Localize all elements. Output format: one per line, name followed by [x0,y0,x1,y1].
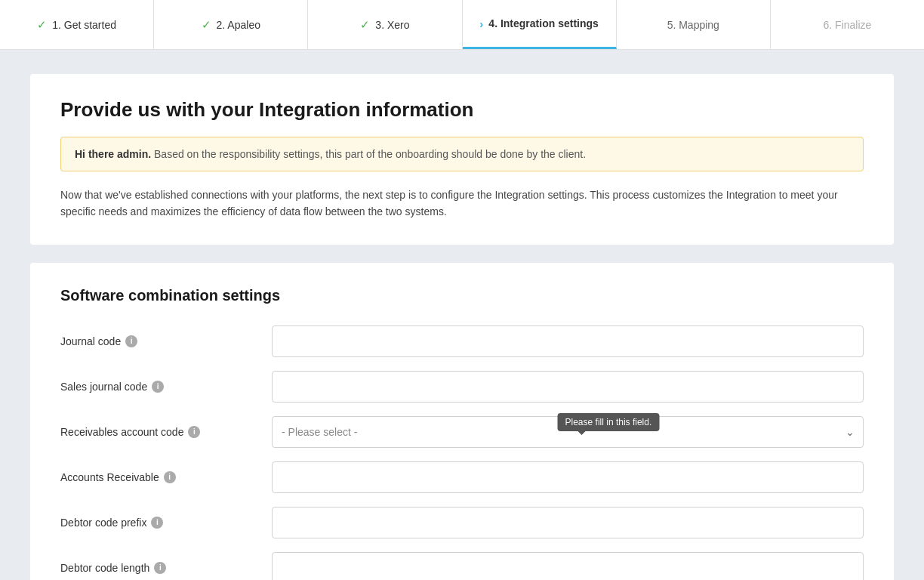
description-text: Now that we've established connections w… [60,187,864,221]
arrow-icon-4: › [479,17,483,30]
alert-bold: Hi there admin. [75,148,151,160]
select-wrapper-receivables: Please fill in this field. - Please sele… [272,416,864,448]
step-label-2: 2. Apaleo [217,19,260,31]
input-debtor-code-prefix[interactable] [272,507,864,538]
step-label-1: 1. Get started [52,19,116,31]
info-icon-accounts-receivable[interactable]: i [164,471,176,483]
step-label-5: 5. Mapping [667,19,719,31]
select-receivables-account-code[interactable]: - Please select - [272,416,864,448]
step-label-4: 4. Integration settings [488,17,598,29]
alert-text: Based on the responsibility settings, th… [154,148,586,160]
step-xero[interactable]: ✓ 3. Xero [308,0,462,49]
info-icon-receivables-account-code[interactable]: i [188,426,200,438]
field-row-accounts-receivable: Accounts Receivable i [60,461,864,493]
page-title: Provide us with your Integration informa… [60,98,864,122]
info-icon-sales-journal-code[interactable]: i [152,381,164,393]
alert-box: Hi there admin. Based on the responsibil… [60,137,864,171]
step-get-started[interactable]: ✓ 1. Get started [0,0,154,49]
label-sales-journal-code: Sales journal code i [60,381,272,393]
stepper: ✓ 1. Get started ✓ 2. Apaleo ✓ 3. Xero ›… [0,0,924,50]
label-receivables-account-code: Receivables account code i [60,426,272,438]
step-apaleo[interactable]: ✓ 2. Apaleo [154,0,308,49]
main-content: Provide us with your Integration informa… [0,50,924,580]
info-icon-journal-code[interactable]: i [125,335,137,347]
intro-card: Provide us with your Integration informa… [30,74,894,245]
input-accounts-receivable[interactable] [272,461,864,493]
check-icon-3: ✓ [360,18,370,32]
input-sales-journal-code[interactable] [272,371,864,403]
step-mapping[interactable]: 5. Mapping [617,0,771,49]
info-icon-debtor-code-prefix[interactable]: i [151,517,163,529]
field-row-debtor-code-prefix: Debtor code prefix i [60,507,864,538]
field-row-debtor-code-length: Debtor code length i [60,552,864,580]
step-label-6: 6. Finalize [824,19,872,31]
step-integration-settings[interactable]: › 4. Integration settings [463,0,617,49]
check-icon-1: ✓ [37,18,47,32]
label-accounts-receivable: Accounts Receivable i [60,471,272,483]
step-finalize[interactable]: 6. Finalize [771,0,924,49]
field-row-receivables-account-code: Receivables account code i Please fill i… [60,416,864,448]
check-icon-2: ✓ [202,18,211,32]
label-debtor-code-prefix: Debtor code prefix i [60,517,272,529]
field-row-sales-journal-code: Sales journal code i [60,371,864,403]
step-label-3: 3. Xero [375,19,409,31]
label-journal-code: Journal code i [60,335,272,347]
input-debtor-code-length[interactable] [272,552,864,580]
field-row-journal-code: Journal code i [60,325,864,357]
input-journal-code[interactable] [272,325,864,357]
section-title: Software combination settings [60,287,864,304]
label-debtor-code-length: Debtor code length i [60,562,272,574]
info-icon-debtor-code-length[interactable]: i [154,562,166,574]
section-card: Software combination settings Journal co… [30,263,894,580]
